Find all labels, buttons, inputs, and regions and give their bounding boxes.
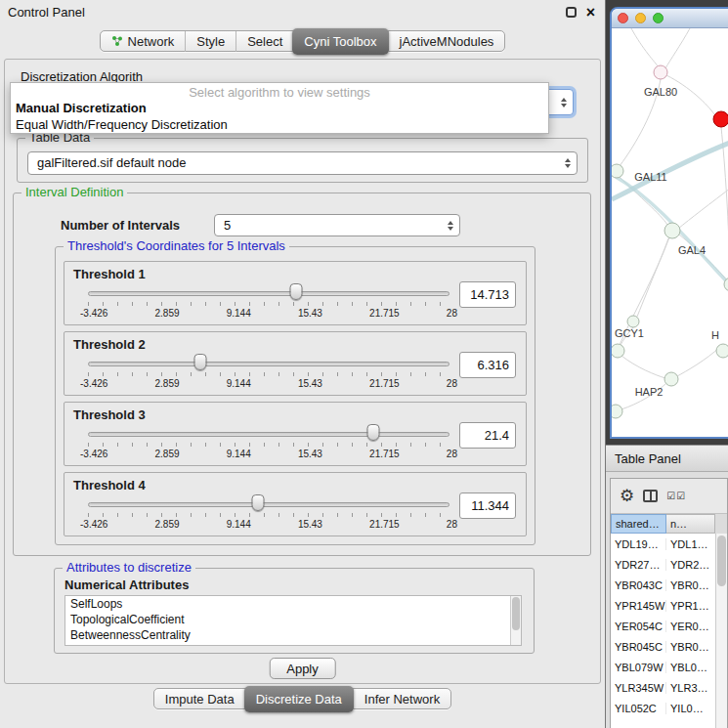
- cell-shared-name[interactable]: YBR043C: [611, 579, 666, 591]
- threshold-1-label: Threshold 1: [73, 267, 146, 281]
- slider-thumb[interactable]: [251, 494, 264, 511]
- threshold-2-slider[interactable]: -3.4262.8599.14415.4321.71528: [88, 356, 450, 393]
- cell-name[interactable]: YBR0…: [666, 579, 715, 591]
- threshold-2-value-field[interactable]: [459, 352, 516, 378]
- numerical-attributes-list[interactable]: SelfLoopsTopologicalCoefficientBetweenne…: [64, 595, 522, 646]
- table-row[interactable]: YBR043C YBR0…: [611, 575, 715, 595]
- node-partial-bottom[interactable]: [612, 405, 622, 418]
- tab-infer-network[interactable]: Infer Network: [353, 689, 450, 709]
- close-traffic-light[interactable]: [618, 13, 628, 23]
- attribute-item[interactable]: SelfLoops: [65, 596, 521, 612]
- slider-track[interactable]: [88, 432, 450, 437]
- node-unlabeled[interactable]: [627, 316, 639, 327]
- scrollbar-thumb[interactable]: [717, 535, 726, 586]
- table-row[interactable]: YDR27… YDR2…: [611, 554, 715, 575]
- threshold-4-value-field[interactable]: [459, 492, 516, 519]
- threshold-2-panel: Threshold 2 -3.4262.8599.14415.4321.7152…: [64, 331, 527, 396]
- tab-network[interactable]: Network: [101, 31, 186, 52]
- cell-name[interactable]: YER0…: [666, 621, 715, 632]
- cell-name[interactable]: YPR1…: [666, 600, 715, 612]
- node-gal11[interactable]: [612, 164, 623, 178]
- table-row[interactable]: YER054C YER0…: [611, 616, 715, 636]
- tab-cyni-toolbox[interactable]: Cyni Toolbox: [292, 28, 388, 55]
- table-data-combobox[interactable]: galFiltered.sif default node: [27, 151, 578, 175]
- number-of-intervals-label: Number of Intervals: [61, 218, 180, 233]
- node-selected-red[interactable]: [713, 111, 728, 127]
- node-label: H: [711, 329, 719, 341]
- node-label: GAL80: [644, 86, 677, 98]
- cell-name[interactable]: YIL0…: [666, 703, 715, 714]
- minimize-traffic-light[interactable]: [635, 13, 646, 23]
- cell-shared-name[interactable]: YDL19…: [611, 538, 666, 550]
- node-hap2[interactable]: [664, 372, 678, 386]
- option-manual-discretization[interactable]: Manual Discretization: [11, 100, 548, 116]
- scale-label: 21.715: [369, 449, 400, 459]
- node-gcy1[interactable]: [612, 344, 624, 358]
- table-scrollbar[interactable]: [715, 534, 727, 728]
- table-rows: YDL19… YDL1… YDR27… YDR2… YBR043C YBR0…: [611, 534, 715, 728]
- slider-thumb[interactable]: [290, 283, 303, 300]
- option-equal-width-frequency[interactable]: Equal Width/Frequency Discretization: [11, 116, 548, 133]
- slider-thumb[interactable]: [367, 424, 380, 441]
- minimize-icon[interactable]: [566, 7, 577, 18]
- tab-jactivemnodules[interactable]: jActiveMNodules: [388, 31, 505, 52]
- threshold-3-slider[interactable]: -3.4262.8599.14415.4321.71528: [88, 426, 450, 463]
- table-data-group: Table Data galFiltered.sif default node: [17, 138, 588, 183]
- checkbox-filter-icon[interactable]: ☑☑: [666, 491, 686, 501]
- scale-label: 2.859: [155, 308, 180, 319]
- scale-label: -3.426: [80, 378, 107, 389]
- slider-thumb[interactable]: [193, 354, 206, 370]
- columns-icon[interactable]: [643, 490, 658, 502]
- attribute-item[interactable]: TopologicalCoefficient: [65, 612, 521, 627]
- table-row[interactable]: YIL052C YIL0…: [611, 698, 715, 718]
- attributes-scrollbar[interactable]: [510, 596, 521, 645]
- cell-shared-name[interactable]: YDR27…: [611, 559, 666, 571]
- slider-track[interactable]: [88, 362, 450, 366]
- scrollbar-thumb[interactable]: [512, 597, 520, 630]
- cell-shared-name[interactable]: YBR045C: [611, 641, 666, 653]
- dropdown-hint: Select algorithm to view settings: [11, 83, 548, 100]
- table-row[interactable]: YDL19… YDL1…: [611, 534, 715, 554]
- cell-name[interactable]: YLR3…: [666, 682, 715, 694]
- threshold-4-slider[interactable]: -3.4262.8599.14415.4321.71528: [88, 496, 450, 534]
- scale-label: 28: [447, 308, 457, 319]
- table-row[interactable]: YPR145W YPR1…: [611, 595, 715, 616]
- apply-button[interactable]: Apply: [269, 658, 336, 679]
- threshold-1-slider[interactable]: -3.4262.8599.14415.4321.71528: [88, 285, 450, 322]
- close-icon[interactable]: ×: [586, 7, 595, 18]
- cell-name[interactable]: YDL1…: [666, 538, 715, 550]
- number-of-intervals-combobox[interactable]: 5: [214, 214, 460, 236]
- cell-shared-name[interactable]: YIL052C: [611, 703, 666, 714]
- network-canvas[interactable]: GAL80 GAL11 GAL4 GCY1 HAP2 H: [612, 28, 728, 439]
- tab-impute-data[interactable]: Impute Data: [154, 689, 245, 709]
- cell-shared-name[interactable]: YPR145W: [611, 600, 666, 612]
- tab-discretize-data[interactable]: Discretize Data: [244, 686, 354, 712]
- node-gal80[interactable]: [654, 65, 667, 79]
- threshold-3-value-field[interactable]: [459, 422, 516, 449]
- scale-label: 15.43: [298, 519, 322, 530]
- cell-name[interactable]: YBR0…: [666, 641, 715, 653]
- cell-shared-name[interactable]: YBL079W: [611, 662, 666, 673]
- table-row[interactable]: YBR045C YBR0…: [611, 636, 715, 657]
- node-gal4[interactable]: [664, 223, 680, 238]
- cell-shared-name[interactable]: YER054C: [611, 621, 666, 632]
- node-partial-h[interactable]: [716, 344, 728, 358]
- table-row[interactable]: YLR345W YLR3…: [611, 677, 715, 698]
- slider-track[interactable]: [88, 502, 450, 507]
- column-header-shared-name[interactable]: shared…: [611, 514, 666, 534]
- table-row[interactable]: YBL079W YBL0…: [611, 657, 715, 677]
- cell-shared-name[interactable]: YLR345W: [611, 682, 666, 694]
- slider-scale-labels: -3.4262.8599.14415.4321.71528: [80, 449, 457, 459]
- column-header-name[interactable]: n…: [666, 514, 715, 534]
- tab-style[interactable]: Style: [185, 31, 236, 52]
- tab-select[interactable]: Select: [236, 31, 293, 52]
- cell-name[interactable]: YBL0…: [666, 662, 715, 673]
- scale-label: 2.859: [155, 378, 180, 389]
- slider-track[interactable]: [88, 291, 450, 296]
- gear-icon[interactable]: ⚙: [620, 488, 634, 504]
- scale-label: 9.144: [227, 378, 251, 389]
- attribute-item[interactable]: BetweennessCentrality: [65, 627, 521, 643]
- zoom-traffic-light[interactable]: [653, 13, 664, 23]
- cell-name[interactable]: YDR2…: [666, 559, 715, 571]
- threshold-1-value-field[interactable]: [459, 281, 516, 308]
